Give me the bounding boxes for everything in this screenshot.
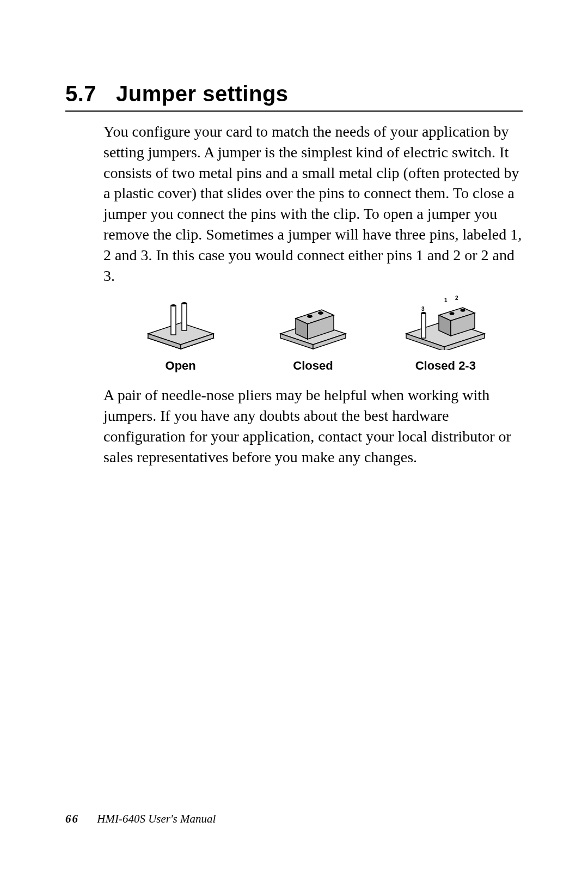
svg-point-9: [182, 302, 187, 304]
page: 5.7 Jumper settings You configure your c…: [0, 0, 588, 883]
section-number: 5.7: [65, 82, 96, 106]
svg-point-26: [450, 312, 455, 315]
figure-closed-2-3-caption: Closed 2-3: [415, 359, 476, 373]
jumper-closed-icon: [270, 296, 357, 350]
figure-row: Open Closed: [114, 296, 512, 373]
svg-rect-6: [171, 305, 176, 335]
svg-point-16: [307, 315, 313, 318]
document-title: HMI-640S User's Manual: [97, 812, 216, 825]
section-title: Jumper settings: [116, 82, 288, 106]
svg-point-22: [421, 312, 426, 314]
page-number: 66: [65, 812, 79, 825]
jumper-open-icon: [137, 296, 224, 350]
figure-closed-2-3: 1 2 3 Closed 2-3: [385, 296, 505, 373]
section-heading: 5.7 Jumper settings: [65, 82, 523, 112]
figure-closed: Closed: [253, 296, 373, 373]
paragraph-2: A pair of needle-nose pliers may be help…: [103, 385, 523, 467]
body-content: You configure your card to match the nee…: [103, 121, 523, 468]
figure-open: Open: [121, 296, 241, 373]
figure-closed-caption: Closed: [293, 359, 333, 373]
pin-label-1: 1: [444, 297, 448, 303]
svg-point-27: [461, 309, 465, 312]
svg-rect-8: [182, 303, 187, 330]
paragraph-1: You configure your card to match the nee…: [103, 121, 523, 286]
svg-rect-21: [421, 313, 426, 338]
pin-label-2: 2: [455, 296, 458, 301]
svg-point-7: [171, 304, 176, 306]
svg-point-17: [318, 311, 323, 315]
jumper-closed-2-3-icon: 1 2 3: [396, 296, 494, 350]
figure-open-caption: Open: [166, 359, 196, 373]
page-footer: 66 HMI-640S User's Manual: [65, 812, 216, 826]
pin-label-3: 3: [421, 306, 425, 312]
